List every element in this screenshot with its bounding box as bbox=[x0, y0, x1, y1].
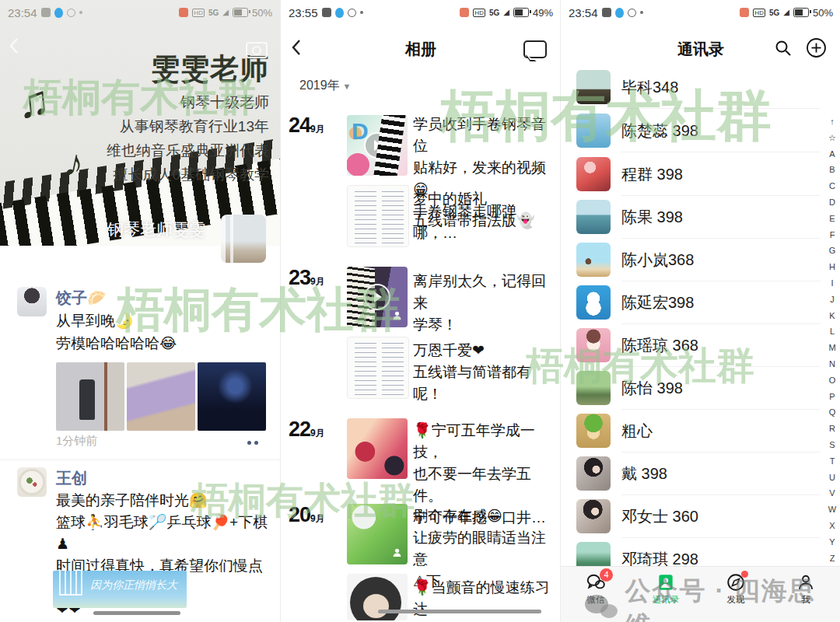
post-photo[interactable] bbox=[127, 362, 195, 431]
year-filter[interactable]: 2019年▼ bbox=[299, 78, 351, 94]
battery-icon bbox=[513, 8, 529, 17]
screen-album: 23:55 HD 5G ◢ 49% 相册 2019年▼ 249月 D 学员收到手… bbox=[280, 0, 561, 622]
camera-icon[interactable] bbox=[246, 42, 268, 58]
nav-bar: 相册 bbox=[281, 31, 561, 67]
play-icon bbox=[364, 132, 390, 159]
battery-percent: 49% bbox=[533, 7, 553, 19]
compass-icon bbox=[726, 572, 746, 592]
moments-cover[interactable]: ♫ ♪ 雯雯老师 钢琴十级老师 从事钢琴教育行业13年 维也纳音乐盛典亚洲代表 … bbox=[0, 0, 280, 246]
post-author-avatar[interactable] bbox=[17, 287, 47, 316]
date-label: 239月 bbox=[289, 266, 335, 290]
home-indicator[interactable] bbox=[93, 611, 180, 615]
contact-row[interactable]: 陈果 398 bbox=[561, 196, 840, 239]
message-icon[interactable] bbox=[523, 40, 547, 58]
post-photo[interactable] bbox=[198, 362, 266, 431]
signal-icon: ◢ bbox=[222, 9, 229, 16]
post-menu-button[interactable] bbox=[241, 435, 264, 449]
contact-row[interactable]: 程群 398 bbox=[561, 153, 840, 196]
contact-row[interactable]: 毕科348 bbox=[561, 66, 840, 109]
contact-name: 戴 398 bbox=[621, 463, 667, 484]
album-photo-thumbnail[interactable] bbox=[347, 337, 409, 399]
battery-icon bbox=[233, 8, 248, 17]
contact-name: 陈小岚368 bbox=[621, 250, 694, 271]
post-author-name[interactable]: 王创 bbox=[56, 468, 87, 489]
album-entry-text[interactable]: 万恩千爱❤ 五线谱与简谱都有呢！ bbox=[413, 340, 558, 405]
album-photo-thumbnail[interactable] bbox=[347, 185, 409, 247]
contact-row[interactable]: 戴 398 bbox=[561, 453, 840, 495]
hd-icon: HD bbox=[192, 9, 205, 17]
unread-badge: 4 bbox=[600, 568, 613, 582]
divider bbox=[0, 460, 280, 460]
photo-caption: 因为你正悄悄长大 bbox=[90, 578, 177, 592]
album-entry-text[interactable]: 🌹当颤音的慢速练习达 到一定的要求时，可进 bbox=[413, 577, 558, 622]
post-photo[interactable]: 因为你正悄悄长大 bbox=[53, 571, 187, 608]
contact-row[interactable]: 陈延宏398 bbox=[561, 281, 840, 324]
contact-row[interactable]: 陈怡 398 bbox=[561, 367, 840, 410]
album-entry-text[interactable]: 梦中的婚礼 五线谱带指法版👻 bbox=[413, 188, 558, 232]
notification-icon bbox=[67, 9, 75, 17]
tab-discover[interactable]: 发现 bbox=[701, 567, 771, 622]
contact-avatar bbox=[576, 414, 611, 448]
album-photo-thumbnail[interactable] bbox=[347, 418, 408, 479]
contact-avatar bbox=[576, 157, 611, 191]
tab-wechat[interactable]: 4 微信 bbox=[561, 567, 631, 622]
notification-dot-icon bbox=[640, 11, 643, 14]
person-icon bbox=[796, 572, 816, 592]
chevron-down-icon: ▼ bbox=[343, 82, 352, 91]
notification-icon bbox=[602, 8, 611, 17]
album-photo-thumbnail[interactable] bbox=[347, 504, 408, 564]
qq-icon bbox=[54, 8, 63, 18]
date-label: 209月 bbox=[289, 503, 335, 527]
hd-icon: HD bbox=[753, 9, 765, 17]
qq-icon bbox=[335, 8, 344, 18]
profile-avatar[interactable] bbox=[221, 215, 266, 263]
signal-icon: ◢ bbox=[503, 9, 509, 16]
contact-row[interactable]: 陈楚蕊 398 bbox=[561, 110, 840, 152]
contact-row[interactable]: 粗心 bbox=[561, 410, 840, 453]
app-notification-icon bbox=[740, 8, 749, 17]
notification-icon bbox=[41, 8, 51, 17]
screen-contacts: 23:54 HD 5G ◢ 50% 通讯录 毕科348 陈楚蕊 398 程群 3… bbox=[560, 0, 840, 622]
notification-dot bbox=[741, 571, 748, 578]
network-type: 5G bbox=[489, 9, 499, 17]
tab-contacts[interactable]: 通讯录 bbox=[631, 567, 701, 622]
contact-row[interactable]: 邓女士 360 bbox=[561, 495, 840, 538]
album-entry-text[interactable]: 离岸别太久，记得回来 学琴！ bbox=[413, 271, 558, 336]
date-label: 249月 bbox=[289, 114, 335, 138]
contacts-icon bbox=[656, 572, 676, 592]
album-photo-thumbnail[interactable] bbox=[347, 574, 408, 620]
battery-percent: 50% bbox=[813, 7, 833, 19]
battery-percent: 50% bbox=[252, 7, 272, 19]
tab-me[interactable]: 我 bbox=[771, 567, 840, 622]
post-author-avatar[interactable] bbox=[17, 467, 47, 497]
cover-bio: 钢琴十级老师 从事钢琴教育行业13年 维也纳音乐盛典亚洲代表 擅长成人0基础钢琴… bbox=[107, 90, 269, 187]
play-icon bbox=[364, 284, 390, 310]
album-video-thumbnail[interactable]: D bbox=[347, 115, 408, 176]
post-photo[interactable] bbox=[56, 362, 124, 431]
album-video-thumbnail[interactable] bbox=[347, 267, 408, 327]
profile-display-name: 钢琴老师雯雯 bbox=[107, 218, 205, 240]
add-button[interactable] bbox=[806, 37, 827, 61]
contact-avatar bbox=[576, 200, 611, 234]
contact-name: 邓女士 360 bbox=[621, 506, 698, 527]
contact-row[interactable]: 陈瑶琼 368 bbox=[561, 324, 840, 367]
contact-name: 陈楚蕊 398 bbox=[621, 121, 698, 142]
search-icon[interactable] bbox=[774, 39, 793, 61]
post-author-name[interactable]: 饺子🥟 bbox=[56, 288, 107, 309]
back-button[interactable] bbox=[9, 37, 19, 58]
signal-icon: ◢ bbox=[783, 9, 789, 16]
notification-dot-icon bbox=[79, 11, 82, 14]
contact-name: 陈瑶琼 368 bbox=[621, 335, 698, 356]
network-type: 5G bbox=[769, 9, 779, 17]
status-bar: 23:55 HD 5G ◢ 49% bbox=[281, 0, 561, 25]
person-icon bbox=[392, 309, 402, 323]
contact-avatar bbox=[576, 114, 611, 148]
contact-row[interactable]: 陈小岚368 bbox=[561, 239, 840, 281]
contact-avatar bbox=[576, 70, 611, 104]
app-notification-icon bbox=[460, 8, 469, 17]
home-indicator[interactable] bbox=[378, 610, 541, 613]
contact-avatar bbox=[576, 285, 611, 320]
alphabet-index[interactable]: ↑ ☆ A B C D E F G H I J K L M N O P Q R … bbox=[826, 114, 838, 582]
contact-name: 陈果 398 bbox=[621, 207, 683, 228]
clock: 23:54 bbox=[569, 6, 598, 19]
